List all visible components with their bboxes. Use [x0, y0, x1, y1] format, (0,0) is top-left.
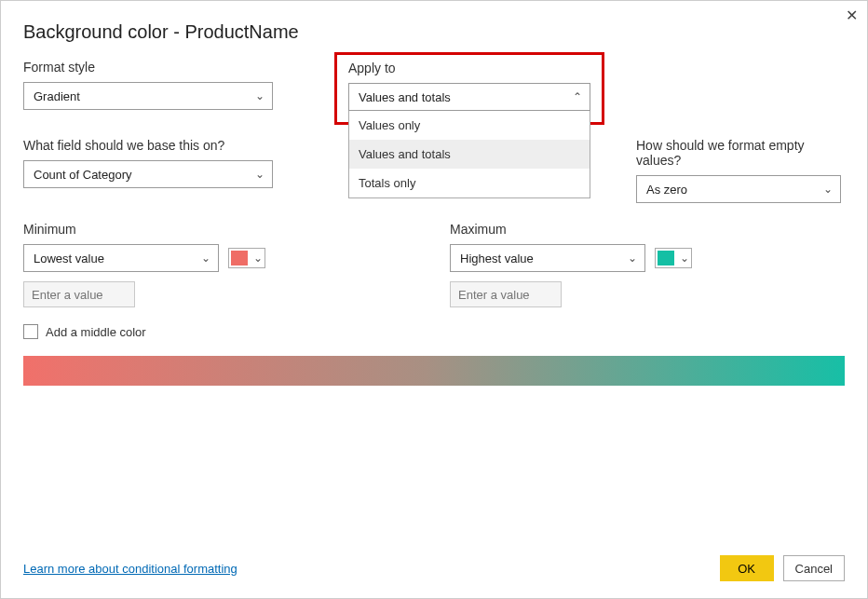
basis-field-value: Count of Category — [34, 168, 132, 182]
maximum-label: Maximum — [450, 222, 845, 237]
minimum-color — [231, 251, 248, 265]
conditional-formatting-dialog: ✕ Background color - ProductName Format … — [0, 0, 868, 599]
maximum-select[interactable]: Highest value ⌄ — [450, 244, 645, 272]
dialog-title: Background color - ProductName — [23, 21, 845, 43]
apply-to-option-totals-only[interactable]: Totals only — [349, 169, 590, 197]
learn-more-link[interactable]: Learn more about conditional formatting — [23, 562, 237, 576]
ok-button[interactable]: OK — [720, 555, 774, 581]
chevron-down-icon: ⌄ — [628, 252, 637, 265]
chevron-down-icon: ⌄ — [680, 252, 689, 265]
minimum-color-swatch[interactable]: ⌄ — [228, 248, 265, 268]
middle-color-checkbox[interactable] — [23, 324, 38, 339]
maximum-color — [658, 251, 674, 265]
chevron-down-icon: ⌄ — [255, 168, 264, 181]
minimum-value: Lowest value — [34, 252, 104, 265]
middle-color-label: Add a middle color — [46, 325, 146, 339]
minimum-select[interactable]: Lowest value ⌄ — [23, 244, 219, 272]
format-style-label: Format style — [23, 60, 303, 75]
row-format-apply: Format style Gradient ⌄ Apply to Values … — [23, 60, 845, 125]
format-style-value: Gradient — [34, 89, 80, 103]
apply-to-dropdown: Values only Values and totals Totals onl… — [348, 111, 590, 198]
chevron-down-icon: ⌄ — [201, 252, 210, 265]
basis-field-label: What field should we base this on? — [23, 138, 303, 153]
format-style-select[interactable]: Gradient ⌄ — [23, 82, 273, 110]
basis-field-select[interactable]: Count of Category ⌄ — [23, 160, 273, 188]
empty-values-select[interactable]: As zero ⌄ — [636, 175, 841, 203]
apply-to-highlight: Apply to Values and totals ⌃ Values only… — [334, 52, 604, 125]
chevron-down-icon: ⌄ — [255, 89, 264, 102]
chevron-down-icon: ⌄ — [253, 252, 263, 265]
chevron-up-icon: ⌃ — [573, 90, 582, 103]
cancel-button[interactable]: Cancel — [783, 555, 845, 581]
apply-to-label: Apply to — [348, 61, 590, 75]
middle-color-row: Add a middle color — [23, 324, 845, 339]
empty-values-value: As zero — [646, 183, 687, 197]
maximum-value-input[interactable] — [450, 281, 562, 307]
close-icon[interactable]: ✕ — [846, 7, 858, 24]
minimum-value-input[interactable] — [23, 281, 135, 307]
gradient-preview-bar — [23, 356, 845, 386]
apply-to-option-values-and-totals[interactable]: Values and totals — [349, 140, 590, 169]
dialog-footer: Learn more about conditional formatting … — [23, 555, 845, 581]
minimum-label: Minimum — [23, 222, 418, 237]
row-min-max: Minimum Lowest value ⌄ ⌄ Maximum Highest… — [23, 222, 845, 307]
apply-to-value: Values and totals — [359, 90, 451, 104]
apply-to-select[interactable]: Values and totals ⌃ — [348, 83, 590, 111]
chevron-down-icon: ⌄ — [823, 183, 833, 196]
apply-to-option-values-only[interactable]: Values only — [349, 111, 590, 140]
maximum-color-swatch[interactable]: ⌄ — [655, 248, 692, 268]
empty-values-label: How should we format empty values? — [636, 138, 845, 168]
maximum-value: Highest value — [460, 252, 534, 265]
